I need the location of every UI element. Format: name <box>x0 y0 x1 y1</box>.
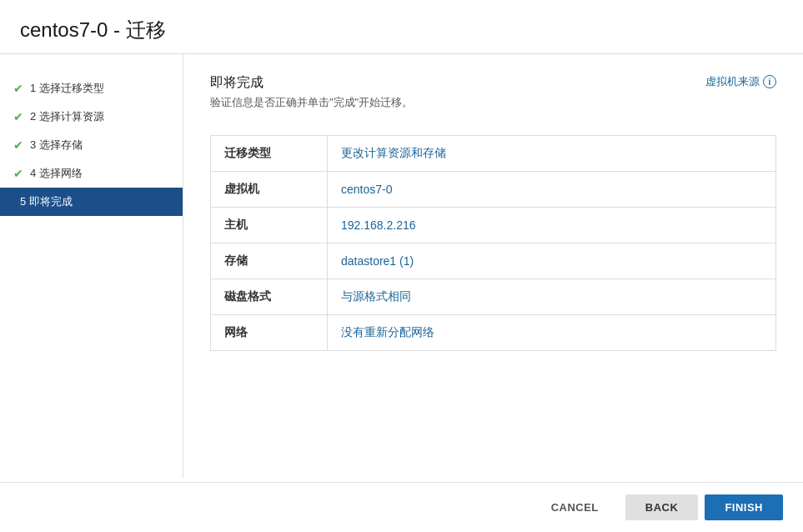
page-header: centos7-0 - 迁移 <box>0 0 803 54</box>
check-icon-3: ✔ <box>13 138 23 152</box>
content-area: 即将完成 验证信息是否正确并单击"完成"开始迁移。 虚拟机来源 i 迁移类型更改… <box>183 54 803 478</box>
summary-value-3: datastore1 (1) <box>328 243 776 279</box>
sidebar-item-5[interactable]: 5 即将完成 <box>0 188 183 216</box>
summary-value-5: 没有重新分配网络 <box>328 315 776 351</box>
page-wrapper: centos7-0 - 迁移 ✔ 1 选择迁移类型 ✔ 2 选择计算资源 ✔ 3… <box>0 0 803 532</box>
sidebar-item-label-3: 3 选择存储 <box>30 138 83 153</box>
page-title: centos7-0 - 迁移 <box>20 17 783 43</box>
content-header: 即将完成 验证信息是否正确并单击"完成"开始迁移。 虚拟机来源 i <box>210 74 776 127</box>
sidebar-item-label-5: 5 即将完成 <box>20 194 73 209</box>
summary-value-1: centos7-0 <box>328 172 776 208</box>
vm-source-link[interactable]: 虚拟机来源 i <box>705 74 776 89</box>
sidebar-item-label-2: 2 选择计算资源 <box>30 109 104 124</box>
summary-value-2: 192.168.2.216 <box>328 208 776 243</box>
info-icon: i <box>763 75 776 88</box>
summary-row-4: 磁盘格式与源格式相同 <box>211 279 776 315</box>
summary-label-2: 主机 <box>211 208 328 243</box>
summary-row-5: 网络没有重新分配网络 <box>211 315 776 351</box>
section-title: 即将完成 <box>210 74 413 92</box>
summary-label-0: 迁移类型 <box>211 136 328 172</box>
sidebar: ✔ 1 选择迁移类型 ✔ 2 选择计算资源 ✔ 3 选择存储 ✔ 4 选择网络 … <box>0 54 183 478</box>
main-layout: ✔ 1 选择迁移类型 ✔ 2 选择计算资源 ✔ 3 选择存储 ✔ 4 选择网络 … <box>0 54 803 478</box>
summary-label-4: 磁盘格式 <box>211 279 328 315</box>
check-icon-4: ✔ <box>13 167 23 180</box>
summary-row-0: 迁移类型更改计算资源和存储 <box>211 136 776 172</box>
back-button[interactable]: BACK <box>625 494 699 520</box>
section-info: 即将完成 验证信息是否正确并单击"完成"开始迁移。 <box>210 74 413 127</box>
sidebar-item-4[interactable]: ✔ 4 选择网络 <box>0 159 183 188</box>
sidebar-item-label-1: 1 选择迁移类型 <box>30 81 104 96</box>
summary-row-2: 主机192.168.2.216 <box>211 208 776 243</box>
footer: CANCEL BACK FINISH <box>0 482 803 532</box>
finish-button[interactable]: FINISH <box>705 494 783 520</box>
summary-row-1: 虚拟机centos7-0 <box>211 172 776 208</box>
summary-row-3: 存储datastore1 (1) <box>211 243 776 279</box>
summary-label-5: 网络 <box>211 315 328 351</box>
summary-value-0: 更改计算资源和存储 <box>328 136 776 172</box>
sidebar-item-label-4: 4 选择网络 <box>30 166 83 181</box>
sidebar-item-3[interactable]: ✔ 3 选择存储 <box>0 131 183 159</box>
summary-label-1: 虚拟机 <box>211 172 328 208</box>
section-subtitle: 验证信息是否正确并单击"完成"开始迁移。 <box>210 95 413 110</box>
cancel-button[interactable]: CANCEL <box>531 494 619 520</box>
check-icon-2: ✔ <box>13 110 23 123</box>
summary-label-3: 存储 <box>211 243 328 279</box>
summary-value-4: 与源格式相同 <box>328 279 776 315</box>
summary-table: 迁移类型更改计算资源和存储虚拟机centos7-0主机192.168.2.216… <box>210 135 776 351</box>
sidebar-item-2[interactable]: ✔ 2 选择计算资源 <box>0 103 183 131</box>
sidebar-item-1[interactable]: ✔ 1 选择迁移类型 <box>0 74 183 103</box>
check-icon-1: ✔ <box>13 82 23 95</box>
vm-source-link-text: 虚拟机来源 <box>705 74 760 89</box>
